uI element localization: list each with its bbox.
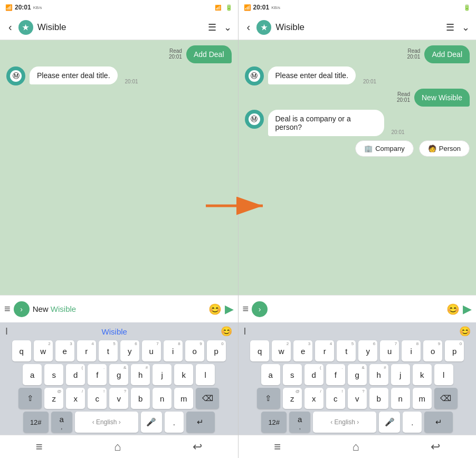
key-h-left[interactable]: h# — [131, 364, 150, 385]
key-g-left[interactable]: g& — [109, 364, 128, 385]
key-o-right[interactable]: o9 — [423, 340, 442, 361]
key-shift-left[interactable]: ⇧ — [18, 388, 42, 409]
dropdown-icon-right[interactable]: ⌄ — [462, 22, 470, 33]
header-icons-left: ☰ ⌄ — [208, 22, 232, 33]
input-menu-icon-left[interactable]: ≡ — [4, 303, 11, 315]
back-button-left[interactable]: ‹ — [6, 19, 14, 35]
input-emoji-right[interactable]: 😊 — [446, 303, 460, 316]
key-backspace-left[interactable]: ⌫ — [196, 388, 219, 409]
key-h-right[interactable]: h# — [369, 364, 388, 385]
key-d-right[interactable]: d( — [304, 364, 323, 385]
key-s-right[interactable]: s — [283, 364, 302, 385]
key-comma-left[interactable]: a, — [51, 412, 72, 433]
back-button-right[interactable]: ‹ — [245, 19, 253, 35]
key-space-left[interactable]: ‹ English › — [75, 412, 138, 433]
key-w-left[interactable]: w2 — [34, 340, 53, 361]
choice-buttons-right: 🏢 Company 🧑 Person — [355, 140, 470, 157]
key-backspace-right[interactable]: ⌫ — [434, 388, 458, 409]
input-send-right[interactable]: ▶ — [463, 302, 472, 316]
key-a-left[interactable]: a — [23, 364, 42, 385]
key-v-left[interactable]: v? — [109, 388, 128, 409]
nav-menu-left[interactable]: ≡ — [36, 440, 43, 454]
key-j-left[interactable]: j — [153, 364, 172, 385]
key-space-right[interactable]: ‹ English › — [313, 412, 376, 433]
key-enter-left[interactable]: ↵ — [186, 412, 215, 433]
key-l-left[interactable]: l — [196, 364, 215, 385]
key-c-right[interactable]: c! — [326, 388, 345, 409]
key-num-right[interactable]: 12# — [261, 412, 287, 433]
key-p-right[interactable]: p0 — [445, 340, 464, 361]
key-z-left[interactable]: z@ — [44, 388, 63, 409]
key-x-left[interactable]: x/ — [66, 388, 85, 409]
input-expand-btn-left[interactable]: › — [14, 301, 30, 317]
contact-avatar-left: ★ — [18, 20, 33, 35]
key-r-left[interactable]: r4 — [77, 340, 96, 361]
add-deal-bubble-left[interactable]: Add Deal — [186, 45, 232, 63]
key-u-left[interactable]: u7 — [142, 340, 161, 361]
key-w-right[interactable]: w2 — [272, 340, 291, 361]
dropdown-icon-left[interactable]: ⌄ — [224, 22, 232, 33]
key-q-left[interactable]: q — [12, 340, 31, 361]
menu-icon-left[interactable]: ☰ — [208, 22, 216, 33]
contact-name-right: Wisible — [275, 22, 442, 33]
key-r-right[interactable]: r4 — [315, 340, 334, 361]
key-c-left[interactable]: c! — [88, 388, 107, 409]
key-s-left[interactable]: s — [44, 364, 63, 385]
input-send-left[interactable]: ▶ — [225, 302, 234, 316]
key-shift-right[interactable]: ⇧ — [257, 388, 280, 409]
key-m-right[interactable]: m — [413, 388, 432, 409]
key-k-left[interactable]: k — [174, 364, 193, 385]
nav-home-left[interactable]: ⌂ — [114, 440, 121, 454]
key-j-right[interactable]: j — [391, 364, 410, 385]
key-g-right[interactable]: g& — [348, 364, 367, 385]
key-u-right[interactable]: u7 — [380, 340, 399, 361]
key-t-right[interactable]: t5 — [337, 340, 356, 361]
key-f-right[interactable]: f. — [326, 364, 345, 385]
key-a-right[interactable]: a — [261, 364, 280, 385]
key-z-right[interactable]: z@ — [283, 388, 302, 409]
key-v-right[interactable]: v? — [348, 388, 367, 409]
key-y-left[interactable]: y6 — [120, 340, 139, 361]
nav-menu-right[interactable]: ≡ — [274, 440, 281, 454]
network-icon-left: 📶 — [215, 5, 221, 11]
add-deal-bubble-right[interactable]: Add Deal — [424, 45, 470, 63]
key-mic-right[interactable]: 🎤 — [379, 412, 400, 433]
key-l-right[interactable]: l — [434, 364, 453, 385]
key-o-left[interactable]: o9 — [185, 340, 204, 361]
nav-back-right[interactable]: ↩ — [431, 440, 440, 454]
reply-bubble-right[interactable]: New Wisible — [414, 89, 470, 107]
key-comma-right[interactable]: a, — [289, 412, 310, 433]
key-y-right[interactable]: y6 — [358, 340, 377, 361]
key-b-left[interactable]: b — [131, 388, 150, 409]
key-mic-left[interactable]: 🎤 — [141, 412, 162, 433]
key-q-right[interactable]: q — [250, 340, 269, 361]
input-emoji-left[interactable]: 😊 — [208, 303, 222, 316]
key-f-left[interactable]: f. — [88, 364, 107, 385]
choice-person-btn[interactable]: 🧑 Person — [419, 140, 470, 157]
input-menu-icon-right[interactable]: ≡ — [243, 303, 249, 315]
key-t-left[interactable]: t5 — [99, 340, 118, 361]
nav-home-right[interactable]: ⌂ — [353, 440, 359, 454]
key-num-left[interactable]: 12# — [23, 412, 49, 433]
nav-back-left[interactable]: ↩ — [193, 440, 202, 454]
key-m-left[interactable]: m — [174, 388, 193, 409]
choice-company-btn[interactable]: 🏢 Company — [355, 140, 414, 157]
key-n-right[interactable]: n — [391, 388, 410, 409]
key-n-left[interactable]: n — [153, 388, 172, 409]
key-period-right[interactable]: . — [403, 412, 422, 433]
key-i-right[interactable]: i8 — [402, 340, 421, 361]
key-enter-right[interactable]: ↵ — [424, 412, 453, 433]
key-k-right[interactable]: k — [413, 364, 432, 385]
key-e-right[interactable]: e3 — [293, 340, 312, 361]
menu-icon-right[interactable]: ☰ — [446, 22, 454, 33]
key-x-right[interactable]: x/ — [304, 388, 323, 409]
phone-panel-right: 📶 20:01 KB/s 🔋 ‹ ★ Wisible ☰ ⌄ — [239, 0, 477, 458]
input-text-left[interactable]: New Wisible — [33, 304, 205, 313]
key-e-left[interactable]: e3 — [55, 340, 74, 361]
key-i-left[interactable]: i8 — [164, 340, 183, 361]
key-b-right[interactable]: b — [369, 388, 388, 409]
key-p-left[interactable]: p0 — [207, 340, 226, 361]
input-expand-btn-right[interactable]: › — [252, 301, 268, 317]
key-d-left[interactable]: d( — [66, 364, 85, 385]
key-period-left[interactable]: . — [165, 412, 184, 433]
